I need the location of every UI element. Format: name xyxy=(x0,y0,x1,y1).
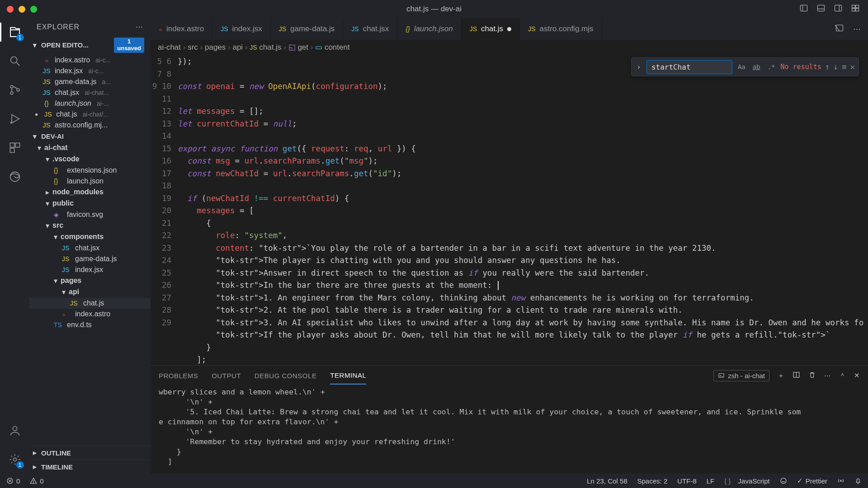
explorer-more-icon[interactable]: ⋯ xyxy=(136,23,143,31)
folder-item[interactable]: ▾src xyxy=(29,220,151,231)
activity-search[interactable] xyxy=(7,53,23,69)
activity-source-control[interactable] xyxy=(7,82,23,98)
activity-account[interactable] xyxy=(7,423,23,438)
status-warnings[interactable]: 0 xyxy=(30,477,43,485)
editor-tab[interactable]: JSchat.js xyxy=(462,18,520,40)
open-editor-item[interactable]: {}launch.jsonai-... xyxy=(29,98,151,109)
folder-item[interactable]: ▾pages xyxy=(29,275,151,286)
open-editor-item[interactable]: ⬦index.astroai-c... xyxy=(29,55,151,66)
editor-tab[interactable]: JSastro.config.mjs xyxy=(520,18,602,40)
panel-tab[interactable]: DEBUG CONSOLE xyxy=(255,367,316,384)
tab-more-icon[interactable]: ⋯ xyxy=(853,24,861,34)
activity-run-debug[interactable] xyxy=(7,111,23,127)
open-editor-item[interactable]: JSindex.jsxai-c... xyxy=(29,66,151,76)
activity-extensions[interactable] xyxy=(7,140,23,155)
split-editor-icon[interactable] xyxy=(835,23,844,35)
minimize-window[interactable] xyxy=(19,6,25,13)
code-editor[interactable]: }); const openai = new OpenAIApi(configu… xyxy=(178,55,868,365)
close-panel-icon[interactable]: ✕ xyxy=(854,371,860,380)
activity-explorer[interactable]: 1 xyxy=(7,24,23,40)
status-eol[interactable]: LF xyxy=(707,477,715,485)
file-item[interactable]: JSindex.jsx xyxy=(29,264,151,275)
panel-tab[interactable]: PROBLEMS xyxy=(159,367,198,384)
open-editor-item[interactable]: JSgame-data.jsa... xyxy=(29,76,151,87)
layout-grid-icon[interactable] xyxy=(851,4,860,15)
open-editor-item[interactable]: JSchat.jsai-chat/... xyxy=(29,109,151,120)
project-section[interactable]: ▾ DEV-AI xyxy=(29,131,151,142)
breadcrumb[interactable]: ai-chat › src › pages › api › JS chat.js… xyxy=(151,40,868,55)
status-encoding[interactable]: UTF-8 xyxy=(677,477,697,485)
editor-tab[interactable]: ⬦index.astro xyxy=(151,18,212,40)
folder-item[interactable]: ▾public xyxy=(29,198,151,209)
editor-tab[interactable]: {}launch.json xyxy=(397,18,461,40)
find-prev-icon[interactable]: ↑ xyxy=(825,62,830,71)
folder-item[interactable]: ▾ai-chat xyxy=(29,142,151,154)
status-cursor[interactable]: Ln 23, Col 58 xyxy=(587,477,627,485)
file-icon: JS xyxy=(42,67,51,75)
editor-tab[interactable]: JSgame-data.js xyxy=(271,18,344,40)
zoom-window[interactable] xyxy=(30,6,37,13)
file-item[interactable]: JSchat.js xyxy=(29,298,151,309)
activity-settings[interactable]: 1 xyxy=(7,452,23,467)
file-item[interactable]: {}extensions.json xyxy=(29,165,151,176)
find-input[interactable] xyxy=(646,60,732,74)
find-filter-icon[interactable]: ≡ xyxy=(842,62,847,71)
status-errors[interactable]: 0 xyxy=(6,477,20,485)
chevron-icon: ▾ xyxy=(38,144,41,152)
open-editor-item[interactable]: JSchat.jsxai-chat... xyxy=(29,87,151,98)
regex-icon[interactable]: .* xyxy=(766,62,777,72)
outline-section[interactable]: ▸OUTLINE xyxy=(29,446,151,460)
file-icon: JS xyxy=(43,110,52,118)
status-prettier[interactable]: ✓ Prettier xyxy=(797,477,827,485)
kill-terminal-icon[interactable] xyxy=(808,371,816,380)
match-case-icon[interactable]: Aa xyxy=(736,62,747,72)
file-item[interactable]: ◈favicon.svg xyxy=(29,209,151,220)
panel-tab[interactable]: OUTPUT xyxy=(212,367,241,384)
find-next-icon[interactable]: ↓ xyxy=(833,62,838,71)
explorer-badge: 1 xyxy=(16,34,24,41)
terminal-selector[interactable]: zsh - ai-chat xyxy=(713,370,769,381)
status-bar: 0 0 Ln 23, Col 58 Spaces: 2 UTF-8 LF { }… xyxy=(0,474,868,488)
panel-tab[interactable]: TERMINAL xyxy=(330,367,366,385)
find-expand-icon[interactable]: › xyxy=(634,62,643,71)
folder-item[interactable]: ▾.vscode xyxy=(29,154,151,165)
find-close-icon[interactable]: ✕ xyxy=(850,62,855,71)
maximize-panel-icon[interactable]: ＾ xyxy=(839,371,846,380)
file-item[interactable]: JSchat.jsx xyxy=(29,243,151,253)
file-item[interactable]: TSenv.d.ts xyxy=(29,319,151,330)
file-icon: ⬦ xyxy=(42,56,51,64)
match-word-icon[interactable]: ab xyxy=(751,62,762,72)
svg-rect-0 xyxy=(801,5,807,11)
status-spaces[interactable]: Spaces: 2 xyxy=(637,477,668,485)
terminal-output[interactable]: wberry slices and a lemon wheel.\n' + '\… xyxy=(151,385,868,474)
layout-right-icon[interactable] xyxy=(834,4,843,15)
file-icon: JS xyxy=(221,25,228,33)
folder-item[interactable]: ▾components xyxy=(29,231,151,243)
window-controls xyxy=(0,6,37,13)
panel-more-icon[interactable]: ⋯ xyxy=(824,371,831,380)
file-item[interactable]: ⬦index.astro xyxy=(29,309,151,319)
editor-tab[interactable]: JSindex.jsx xyxy=(212,18,270,40)
status-lang[interactable]: { } JavaScript xyxy=(724,477,769,485)
open-editor-item[interactable]: JSastro.config.mj... xyxy=(29,120,151,131)
field-icon: ▭ xyxy=(315,43,322,52)
close-window[interactable] xyxy=(7,6,14,13)
folder-item[interactable]: ▾api xyxy=(29,286,151,298)
editor-tab[interactable]: JSchat.jsx xyxy=(343,18,397,40)
svg-point-31 xyxy=(33,482,34,483)
layout-left-icon[interactable] xyxy=(799,4,808,15)
open-editors-section[interactable]: ▾ OPEN EDITO... 1 unsaved xyxy=(29,36,151,55)
file-item[interactable]: {}launch.json xyxy=(29,176,151,187)
activity-edge[interactable] xyxy=(7,169,23,184)
file-item[interactable]: JSgame-data.js xyxy=(29,253,151,264)
timeline-section[interactable]: ▸TIMELINE xyxy=(29,460,151,474)
status-feedback-icon[interactable] xyxy=(780,477,787,484)
status-broadcast-icon[interactable] xyxy=(837,477,844,484)
status-bell-icon[interactable] xyxy=(854,477,862,484)
layout-bottom-icon[interactable] xyxy=(816,4,826,15)
svg-rect-6 xyxy=(852,5,855,8)
method-icon: ◱ xyxy=(288,43,296,52)
new-terminal-icon[interactable]: ＋ xyxy=(778,371,784,380)
folder-item[interactable]: ▸node_modules xyxy=(29,187,151,198)
split-terminal-icon[interactable] xyxy=(793,371,800,380)
